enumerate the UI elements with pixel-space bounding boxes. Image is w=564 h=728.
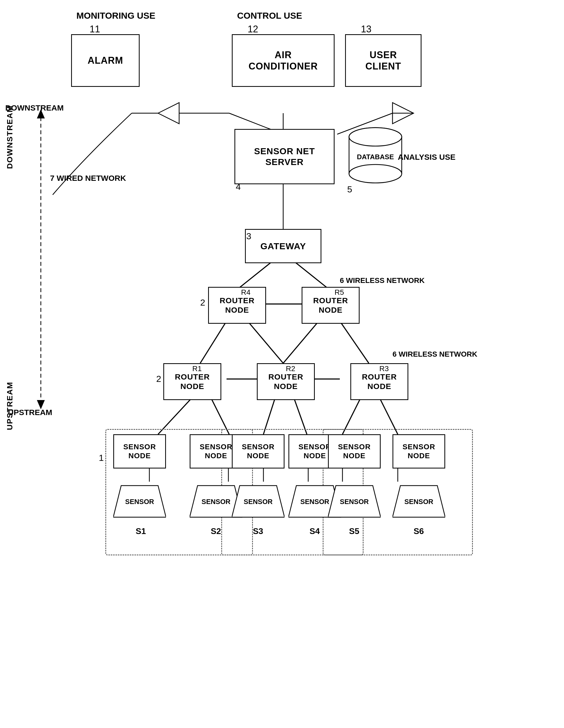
label-r5: R5	[335, 288, 344, 297]
air-conditioner-box: AIRCONDITIONER	[232, 34, 335, 87]
user-client-box: USERCLIENT	[345, 34, 422, 87]
svg-point-36	[349, 128, 402, 146]
gateway-box: GATEWAY	[245, 229, 322, 263]
svg-text:SENSOR: SENSOR	[300, 498, 329, 506]
svg-text:SENSOR: SENSOR	[201, 498, 230, 506]
label-r4: R4	[241, 288, 250, 297]
router-r5-box: ROUTERNODE	[302, 287, 360, 324]
label-2-bottom: 2	[156, 374, 161, 384]
wireless-network-upper-label: 6 WIRELESS NETWORK	[340, 276, 425, 285]
svg-text:SENSOR: SENSOR	[244, 498, 272, 506]
sensor-s1: SENSOR	[113, 484, 166, 518]
svg-line-18	[158, 397, 192, 434]
bottom-s1-label: S1	[136, 526, 146, 536]
label-r1: R1	[192, 365, 202, 373]
svg-line-20	[263, 397, 275, 434]
control-use-label: CONTROL USE	[237, 11, 302, 21]
monitoring-use-label: MONITORING USE	[76, 11, 155, 21]
analysis-use-label: ANALYSIS USE	[398, 153, 456, 162]
label-4: 4	[236, 182, 241, 192]
label-r3: R3	[379, 365, 389, 373]
svg-line-21	[294, 397, 307, 434]
sensor-node-s1-box: SENSORNODE	[113, 434, 166, 468]
svg-point-35	[349, 164, 402, 183]
label-11: 11	[90, 24, 100, 35]
sensor-net-server-box: SENSOR NETSERVER	[234, 129, 335, 184]
svg-line-19	[211, 397, 229, 434]
svg-marker-0	[158, 103, 179, 124]
upstream-label: UPSTREAM	[8, 408, 52, 417]
bottom-s6-label: S6	[414, 526, 424, 536]
svg-text:SENSOR: SENSOR	[125, 498, 154, 506]
label-2-top: 2	[200, 297, 205, 308]
svg-line-23	[379, 397, 398, 434]
sensor-node-s5-box: SENSORNODE	[328, 434, 381, 468]
label-r2: R2	[286, 365, 295, 373]
svg-line-22	[343, 397, 361, 434]
sensor-s3: SENSOR	[232, 484, 285, 518]
svg-line-14	[283, 321, 319, 363]
sensor-s5: SENSOR	[328, 484, 381, 518]
sensor-node-s3-box: SENSORNODE	[232, 434, 285, 468]
label-13: 13	[361, 24, 372, 35]
svg-text:SENSOR: SENSOR	[404, 498, 433, 506]
svg-text:SENSOR: SENSOR	[340, 498, 369, 506]
bottom-s2-label: S2	[211, 526, 221, 536]
alarm-box: ALARM	[71, 34, 140, 87]
router-r4-box: ROUTERNODE	[208, 287, 266, 324]
svg-line-13	[247, 321, 283, 363]
wired-network-label: 7 WIRED NETWORK	[50, 174, 126, 183]
label-12: 12	[247, 24, 258, 35]
svg-text:DATABASE: DATABASE	[357, 153, 394, 161]
sensor-node-s6-box: SENSORNODE	[393, 434, 445, 468]
bottom-s5-label: S5	[349, 526, 359, 536]
database-cylinder: DATABASE	[345, 126, 406, 187]
bottom-s4-label: S4	[310, 526, 320, 536]
svg-line-12	[200, 321, 226, 363]
svg-line-15	[340, 321, 369, 363]
label-3: 3	[246, 231, 251, 241]
upstream-text: UPSTREAM	[5, 382, 14, 430]
wireless-network-lower-label: 6 WIRELESS NETWORK	[393, 350, 477, 358]
sensor-s6: SENSOR	[393, 484, 445, 518]
downstream-text: DOWNSTREAM	[5, 105, 14, 169]
bottom-s3-label: S3	[253, 526, 263, 536]
svg-marker-1	[393, 103, 414, 124]
label-1: 1	[99, 453, 104, 463]
label-5: 5	[347, 184, 352, 195]
